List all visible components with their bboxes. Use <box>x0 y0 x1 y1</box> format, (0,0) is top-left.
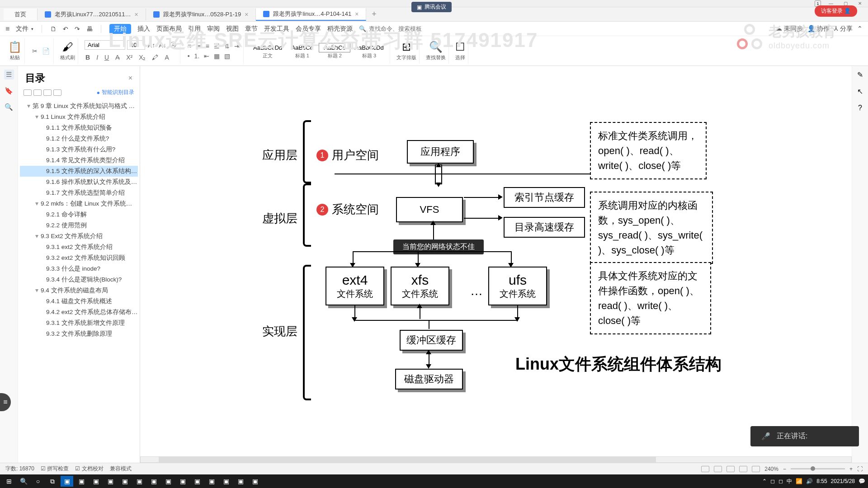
outline-item[interactable]: 9.3.1 文件系统新增文件原理 <box>20 318 138 328</box>
highlight-icon[interactable]: 🖍 <box>151 53 159 62</box>
new-tab-button[interactable]: + <box>366 9 382 19</box>
close-button[interactable]: ✕ <box>855 1 864 6</box>
print-icon[interactable]: 🖶 <box>86 25 93 33</box>
app-icon[interactable]: ▣ <box>118 476 131 487</box>
outline-item[interactable]: 9.1.7 文件系统选型简单介绍 <box>20 188 138 198</box>
tray-up-icon[interactable]: ⌃ <box>762 478 767 484</box>
outline-item[interactable]: 9.2.2 使用范例 <box>20 220 138 231</box>
cortana-icon[interactable]: ○ <box>32 476 44 487</box>
document-canvas[interactable]: 应用层 1 用户空间 应用程序 虚拟层 2 系统空间 VFS <box>140 66 852 486</box>
italic-icon[interactable]: I <box>95 53 99 62</box>
clock-date[interactable]: 2021/5/28 <box>831 478 855 484</box>
tab-doc3[interactable]: 跟老男孩学linux…4-P104-141× <box>256 8 366 21</box>
bold-icon[interactable]: B <box>85 53 91 62</box>
smart-outline-button[interactable]: ● 智能识别目录 <box>97 89 134 96</box>
file-menu[interactable]: 文件▾ <box>16 25 33 33</box>
tray-icon[interactable]: ◻ <box>770 478 775 484</box>
close-icon[interactable]: × <box>134 11 138 18</box>
proofing-toggle[interactable]: ☑ 文档校对 <box>75 465 103 473</box>
horizontal-scrollbar[interactable] <box>140 456 852 463</box>
app-icon[interactable]: ▣ <box>61 476 73 487</box>
app-icon[interactable]: ▣ <box>90 476 102 487</box>
outline-item[interactable]: ▾9.3 Ext2 文件系统介绍 <box>20 231 138 242</box>
notif-center-icon[interactable]: 💬 <box>859 478 865 484</box>
close-panel-icon[interactable]: × <box>128 74 132 82</box>
outline-item[interactable]: 9.1.3 文件系统有什么用? <box>20 144 138 155</box>
superscript-icon[interactable]: X² <box>125 53 133 62</box>
undo-icon[interactable]: ↶ <box>63 25 68 33</box>
hamburger-icon[interactable]: ≡ <box>5 25 9 33</box>
guest-login-badge[interactable]: 访客登录 👤 <box>815 5 857 17</box>
outline-item[interactable]: ▾9.4 文件系统的磁盘布局 <box>20 285 138 296</box>
outline-item[interactable]: 9.4.2 ext2 文件系统总体存储布… <box>20 307 138 318</box>
collapse-all-icon[interactable] <box>33 89 42 96</box>
level-up-icon[interactable] <box>43 89 52 96</box>
spellcheck-toggle[interactable]: ☑ 拼写检查 <box>41 465 69 473</box>
outline-toggle-icon[interactable]: ☰ <box>4 70 14 80</box>
app-icon[interactable]: ▣ <box>234 476 247 487</box>
outline-item[interactable]: 9.3.2 文件系统删除原理 <box>20 328 138 339</box>
app-icon[interactable]: ▣ <box>147 476 160 487</box>
view-web-icon[interactable] <box>739 466 747 472</box>
outline-item[interactable]: ▾9.1 Linux 文件系统介绍 <box>20 112 138 122</box>
app-icon[interactable]: ▣ <box>75 476 88 487</box>
app-icon[interactable]: ▣ <box>191 476 203 487</box>
app-icon[interactable]: ▣ <box>133 476 146 487</box>
outline-item[interactable]: 9.3.2 ext2 文件系统知识回顾 <box>20 253 138 263</box>
outline-item[interactable]: ▾第 9 章 Linux 文件系统知识与格式 … <box>20 101 138 112</box>
copy-icon[interactable]: 📄 <box>41 47 51 56</box>
search-rail-icon[interactable]: 🔍 <box>4 102 14 112</box>
app-icon[interactable]: ▣ <box>176 476 189 487</box>
underline-icon[interactable]: U <box>104 53 110 62</box>
scroll-thumb[interactable] <box>159 457 656 462</box>
cursor-icon[interactable]: ↖ <box>857 87 863 96</box>
paste-icon[interactable]: 📋 <box>8 41 22 53</box>
volume-icon[interactable]: 🔊 <box>806 478 813 484</box>
app-icon[interactable]: ▣ <box>162 476 175 487</box>
strike-icon[interactable]: A̶ <box>114 53 121 62</box>
outline-item[interactable]: 9.2.1 命令详解 <box>20 209 138 220</box>
app-icon[interactable]: ▣ <box>220 476 232 487</box>
font-color-icon[interactable]: A <box>164 53 170 62</box>
close-icon[interactable]: × <box>355 10 359 18</box>
outline-item[interactable]: 9.3.1 ext2 文件系统介绍 <box>20 242 138 253</box>
taskview-icon[interactable]: ⧉ <box>46 476 59 487</box>
format-painter-icon[interactable]: 🖌 <box>62 41 73 53</box>
outline-item[interactable]: 9.1.4 常见文件系统类型介绍 <box>20 155 138 166</box>
collapse-ribbon-icon[interactable]: ⌃ <box>857 25 863 33</box>
outline-item[interactable]: 9.4.1 磁盘文件系统概述 <box>20 296 138 307</box>
outline-item[interactable]: ▾9.2 mkfs：创建 Linux 文件系统核… <box>20 198 138 209</box>
outline-item[interactable]: 9.1.5 文件系统的深入体系结构 … <box>20 166 138 177</box>
bookmark-icon[interactable]: 🔖 <box>4 86 14 96</box>
start-icon[interactable]: ⊞ <box>3 476 15 487</box>
zoom-value[interactable]: 240% <box>764 466 778 472</box>
app-icon[interactable]: ▣ <box>104 476 117 487</box>
view-page-icon[interactable] <box>701 466 709 472</box>
view-outline-icon[interactable] <box>714 466 722 472</box>
word-count[interactable]: 字数: 16870 <box>5 465 34 473</box>
redo-icon[interactable]: ↷ <box>75 25 80 33</box>
zoom-in-icon[interactable]: + <box>849 466 853 472</box>
zoom-out-icon[interactable]: − <box>783 466 786 472</box>
tab-doc2[interactable]: 跟老男孩学linux…0528-P1-19× <box>146 9 256 20</box>
save-icon[interactable]: 🗋 <box>50 25 57 33</box>
cut-icon[interactable]: ✂ <box>31 47 38 56</box>
ime-icon[interactable]: 中 <box>787 478 792 485</box>
app-icon[interactable]: ▣ <box>249 476 261 487</box>
clock-time[interactable]: 8:55 <box>816 478 827 484</box>
help-icon[interactable]: ? <box>858 104 862 112</box>
expand-all-icon[interactable] <box>24 89 32 96</box>
fullscreen-icon[interactable]: ⛶ <box>857 466 863 472</box>
tab-home[interactable]: 首页 <box>4 9 38 20</box>
view-full-icon[interactable] <box>752 466 760 472</box>
outline-item[interactable]: 9.1.1 文件系统知识预备 <box>20 122 138 133</box>
pen-icon[interactable]: ✎ <box>857 70 863 79</box>
outline-item[interactable]: 9.3.4 什么是逻辑块(Block)? <box>20 274 138 285</box>
network-icon[interactable]: 📶 <box>796 478 802 484</box>
level-down-icon[interactable] <box>53 89 61 96</box>
close-icon[interactable]: × <box>245 11 248 18</box>
share-button[interactable]: ⅄ 分享 <box>834 25 853 33</box>
subscript-icon[interactable]: X₂ <box>138 53 146 62</box>
view-read-icon[interactable] <box>726 466 735 472</box>
search-task-icon[interactable]: 🔍 <box>17 476 30 487</box>
